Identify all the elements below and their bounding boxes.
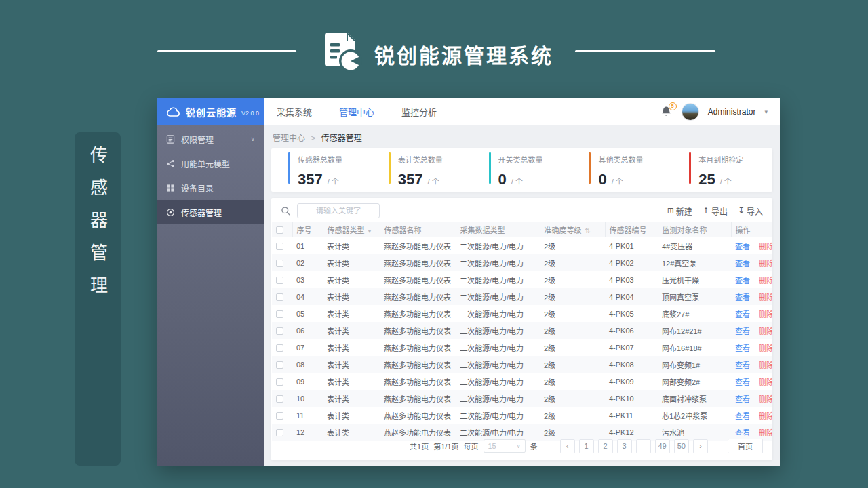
cell-data-type: 二次能源/电力/电力	[456, 390, 540, 407]
page-button[interactable]: 49	[655, 439, 670, 453]
view-link[interactable]: 查看	[735, 277, 750, 285]
row-checkbox[interactable]	[276, 293, 283, 301]
table-row[interactable]: 03 表计类 燕赵多功能电力仪表 二次能源/电力/电力 2级 4-PK03 压光…	[272, 271, 772, 288]
app-body: 权限管理 ∨ 用能单元模型 设备目录 传感器管理	[157, 125, 780, 466]
cell-level: 2级	[540, 339, 605, 356]
delete-link[interactable]: 删除	[759, 277, 772, 285]
row-checkbox[interactable]	[276, 310, 283, 318]
view-link[interactable]: 查看	[735, 412, 750, 420]
table-row[interactable]: 01 表计类 燕赵多功能电力仪表 二次能源/电力/电力 2级 4-PK01 4#…	[272, 237, 772, 254]
select-all-checkbox[interactable]	[276, 226, 283, 234]
row-checkbox[interactable]	[276, 412, 283, 420]
row-checkbox[interactable]	[276, 395, 283, 403]
cell-code: 4-PK10	[605, 390, 658, 407]
view-link[interactable]: 查看	[735, 293, 750, 302]
row-checkbox[interactable]	[276, 260, 283, 267]
cell-name: 燕赵多功能电力仪表	[380, 322, 456, 339]
table-row[interactable]: 06 表计类 燕赵多功能电力仪表 二次能源/电力/电力 2级 4-PK06 网布…	[272, 322, 772, 339]
cell-target: 网布12#21#	[658, 322, 731, 339]
row-checkbox[interactable]	[276, 243, 283, 250]
sidebar-item-energy-unit-model[interactable]: 用能单元模型	[157, 151, 264, 176]
page-button[interactable]: 3	[617, 439, 632, 453]
view-link[interactable]: 查看	[735, 243, 750, 251]
view-link[interactable]: 查看	[735, 327, 750, 336]
table-row[interactable]: 10 表计类 燕赵多功能电力仪表 二次能源/电力/电力 2级 4-PK10 底面…	[272, 390, 772, 407]
sidebar-item-sensor-management[interactable]: 传感器管理	[157, 200, 264, 224]
next-page-button[interactable]: ›	[693, 439, 708, 453]
view-link[interactable]: 查看	[735, 310, 750, 319]
nav-item-collection[interactable]: 采集系统	[277, 105, 312, 118]
view-link[interactable]: 查看	[735, 260, 750, 268]
table-row[interactable]: 08 表计类 燕赵多功能电力仪表 二次能源/电力/电力 2级 4-PK08 网布…	[272, 356, 772, 373]
nav-item-management[interactable]: 管理中心	[339, 105, 374, 118]
delete-link[interactable]: 删除	[759, 361, 772, 369]
first-page-button[interactable]: 首页	[728, 439, 763, 453]
cell-data-type: 二次能源/电力/电力	[456, 407, 540, 424]
table-row[interactable]: 09 表计类 燕赵多功能电力仪表 二次能源/电力/电力 2级 4-PK09 网部…	[272, 373, 772, 390]
export-button[interactable]: ↥ 导出	[703, 205, 728, 217]
prev-page-button[interactable]: ‹	[560, 439, 575, 453]
row-checkbox[interactable]	[276, 429, 283, 436]
stat-unit: / 个	[612, 176, 623, 186]
table-row[interactable]: 02 表计类 燕赵多功能电力仪表 二次能源/电力/电力 2级 4-PK02 12…	[272, 254, 772, 271]
stat-color-bar	[489, 152, 491, 184]
row-checkbox[interactable]	[276, 277, 283, 284]
chevron-down-icon[interactable]: ▾	[764, 108, 768, 115]
app-version: V2.0.0	[241, 110, 259, 117]
stat-value: 357	[398, 171, 423, 188]
cell-level: 2级	[540, 373, 605, 390]
delete-link[interactable]: 删除	[759, 412, 772, 420]
delete-link[interactable]: 删除	[759, 429, 772, 437]
row-checkbox[interactable]	[276, 344, 283, 352]
chevron-down-icon[interactable]: ∨	[250, 136, 255, 142]
table-row[interactable]: 04 表计类 燕赵多功能电力仪表 二次能源/电力/电力 2级 4-PK04 顶网…	[272, 288, 772, 305]
page-button[interactable]: 50	[674, 439, 689, 453]
delete-link[interactable]: 删除	[759, 395, 772, 403]
cell-name: 燕赵多功能电力仪表	[380, 339, 456, 356]
cell-no: 04	[292, 288, 323, 305]
stat-card: 表计类总数量 357 / 个	[372, 152, 472, 188]
view-link[interactable]: 查看	[735, 344, 750, 352]
target-icon	[166, 208, 175, 217]
table-row[interactable]: 07 表计类 燕赵多功能电力仪表 二次能源/电力/电力 2级 4-PK07 网布…	[272, 339, 772, 356]
new-button[interactable]: ⊞ 新建	[667, 205, 692, 217]
delete-link[interactable]: 删除	[759, 344, 772, 352]
delete-link[interactable]: 删除	[759, 310, 772, 319]
delete-link[interactable]: 删除	[759, 243, 772, 251]
cell-data-type: 二次能源/电力/电力	[456, 271, 540, 288]
sidebar-item-permissions[interactable]: 权限管理 ∨	[157, 127, 264, 151]
cell-code: 4-PK01	[605, 237, 658, 254]
row-checkbox[interactable]	[276, 361, 283, 369]
user-avatar[interactable]	[682, 103, 699, 121]
delete-link[interactable]: 删除	[759, 327, 772, 336]
view-link[interactable]: 查看	[735, 361, 750, 369]
app-window: 锐创云能源 V2.0.0 采集系统 管理中心 监控分析 5 Administra…	[157, 98, 780, 466]
cell-target: 12#真空泵	[658, 254, 731, 271]
cell-type: 表计类	[323, 322, 380, 339]
view-link[interactable]: 查看	[735, 429, 750, 437]
view-link[interactable]: 查看	[735, 395, 750, 403]
row-checkbox[interactable]	[276, 378, 283, 386]
page-button[interactable]: 2	[598, 439, 613, 453]
view-link[interactable]: 查看	[735, 378, 750, 386]
table-row[interactable]: 05 表计类 燕赵多功能电力仪表 二次能源/电力/电力 2级 4-PK05 底浆…	[272, 305, 772, 322]
delete-link[interactable]: 删除	[759, 260, 772, 268]
search-input[interactable]	[297, 203, 380, 218]
filter-icon[interactable]: ▼	[368, 229, 372, 234]
per-page-select[interactable]: 15 ∨	[484, 439, 526, 453]
breadcrumb-parent[interactable]: 管理中心	[273, 134, 305, 143]
page-button[interactable]: -	[636, 439, 651, 453]
row-checkbox[interactable]	[276, 327, 283, 335]
notification-bell-icon[interactable]: 5	[660, 106, 673, 118]
delete-link[interactable]: 删除	[759, 378, 772, 386]
breadcrumb-separator: >	[311, 134, 315, 143]
sort-icon[interactable]: ⇅	[585, 227, 591, 235]
stat-unit: / 个	[328, 176, 339, 186]
delete-link[interactable]: 删除	[759, 293, 772, 302]
sidebar-item-device-catalog[interactable]: 设备目录	[157, 176, 264, 200]
nav-item-monitoring[interactable]: 监控分析	[401, 105, 437, 118]
import-button[interactable]: ↧ 导入	[738, 205, 763, 217]
cell-name: 燕赵多功能电力仪表	[380, 237, 456, 254]
page-button[interactable]: 1	[579, 439, 594, 453]
table-row[interactable]: 11 表计类 燕赵多功能电力仪表 二次能源/电力/电力 2级 4-PK11 芯1…	[272, 407, 772, 424]
